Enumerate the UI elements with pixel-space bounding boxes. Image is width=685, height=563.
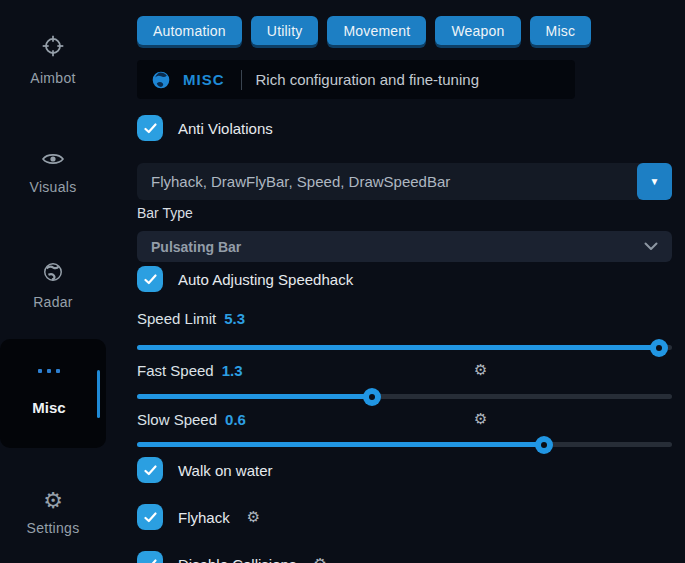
sidebar-item-radar[interactable]: Radar — [0, 261, 106, 311]
globe-icon — [151, 70, 171, 90]
bar-type-label: Bar Type — [137, 205, 193, 221]
flags-multiselect[interactable]: Flyhack, DrawFlyBar, Speed, DrawSpeedBar… — [137, 163, 672, 200]
sidebar-item-settings[interactable]: ⚙ Settings — [0, 489, 106, 537]
disable-collisions-checkbox[interactable] — [137, 551, 163, 563]
slider-label: Speed Limit — [137, 310, 216, 327]
active-indicator — [97, 370, 100, 418]
slider-value: 0.6 — [225, 411, 246, 428]
slider-value: 5.3 — [224, 310, 245, 327]
check-icon — [144, 274, 157, 285]
slider-label: Fast Speed — [137, 362, 214, 379]
gear-icon[interactable]: ⚙ — [313, 555, 326, 563]
check-icon — [144, 559, 157, 563]
globe-icon — [0, 261, 106, 287]
eye-icon — [0, 150, 106, 172]
check-icon — [144, 512, 157, 523]
checkbox-row-flyhack: Flyhack ⚙ — [137, 504, 260, 530]
chevron-down-icon — [644, 242, 658, 251]
slow-speed-slider[interactable] — [137, 435, 672, 453]
checkbox-label: Disable Collisions — [178, 556, 296, 563]
check-icon — [144, 123, 157, 134]
crosshair-icon — [0, 33, 106, 63]
auto-adjusting-checkbox[interactable] — [137, 266, 163, 292]
sidebar-item-aimbot[interactable]: Aimbot — [0, 33, 106, 87]
multiselect-value: Flyhack, DrawFlyBar, Speed, DrawSpeedBar — [137, 173, 637, 190]
slider-handle[interactable] — [650, 339, 668, 357]
tab-misc[interactable]: Misc — [530, 16, 592, 45]
sidebar-item-misc[interactable]: Misc — [0, 339, 106, 448]
checkbox-label: Flyhack — [178, 509, 230, 526]
section-subtitle: Rich configuration and fine-tuning — [256, 71, 479, 88]
slider-label: Slow Speed — [137, 411, 217, 428]
section-title: MISC — [183, 71, 225, 88]
ellipsis-icon — [0, 369, 98, 373]
section-header: MISC Rich configuration and fine-tuning — [137, 60, 575, 99]
slider-handle[interactable] — [535, 436, 553, 454]
tab-bar: Automation Utility Movement Weapon Misc — [137, 16, 591, 45]
slider-fill — [137, 394, 372, 399]
bar-type-select[interactable]: Pulsating Bar — [137, 231, 672, 262]
slider-handle[interactable] — [363, 388, 381, 406]
anti-violations-checkbox[interactable] — [137, 115, 163, 141]
slider-fill — [137, 345, 659, 350]
multiselect-dropdown-button[interactable]: ▼ — [637, 163, 672, 200]
checkbox-row-anti-violations: Anti Violations — [137, 115, 273, 141]
sidebar-item-visuals[interactable]: Visuals — [0, 150, 106, 196]
checkbox-row-disable-collisions: Disable Collisions ⚙ — [137, 551, 327, 563]
fast-speed-slider[interactable] — [137, 387, 672, 405]
tab-weapon[interactable]: Weapon — [435, 16, 520, 45]
checkbox-label: Auto Adjusting Speedhack — [178, 271, 353, 288]
divider — [241, 70, 242, 90]
sidebar-item-label: Misc — [0, 399, 98, 416]
main-panel: Automation Utility Movement Weapon Misc … — [137, 0, 672, 563]
tab-utility[interactable]: Utility — [251, 16, 319, 45]
slider-fill — [137, 442, 544, 447]
checkbox-row-walk-on-water: Walk on water — [137, 457, 272, 483]
slider-value: 1.3 — [222, 362, 243, 379]
sidebar-item-label: Aimbot — [30, 70, 75, 86]
triangle-down-icon: ▼ — [650, 176, 660, 187]
sidebar-item-label: Radar — [33, 294, 73, 310]
gear-icon[interactable]: ⚙ — [474, 361, 487, 379]
flyhack-checkbox[interactable] — [137, 504, 163, 530]
fast-speed-label: Fast Speed 1.3 — [137, 361, 243, 379]
check-icon — [144, 465, 157, 476]
tab-automation[interactable]: Automation — [137, 16, 242, 45]
checkbox-label: Anti Violations — [178, 120, 273, 137]
speed-limit-slider[interactable] — [137, 338, 672, 356]
sidebar-item-label: Settings — [27, 520, 80, 536]
sidebar-item-label: Visuals — [30, 179, 77, 195]
speed-limit-label: Speed Limit 5.3 — [137, 309, 245, 327]
sidebar: Aimbot Visuals Radar Misc ⚙ Settings — [0, 0, 130, 563]
checkbox-row-auto-adjusting: Auto Adjusting Speedhack — [137, 266, 353, 292]
bar-type-value: Pulsating Bar — [151, 239, 644, 255]
gear-icon[interactable]: ⚙ — [474, 410, 487, 428]
checkbox-label: Walk on water — [178, 462, 272, 479]
walk-on-water-checkbox[interactable] — [137, 457, 163, 483]
gear-icon[interactable]: ⚙ — [247, 508, 260, 526]
gear-icon: ⚙ — [0, 489, 106, 513]
tab-movement[interactable]: Movement — [327, 16, 426, 45]
slow-speed-label: Slow Speed 0.6 — [137, 410, 246, 428]
